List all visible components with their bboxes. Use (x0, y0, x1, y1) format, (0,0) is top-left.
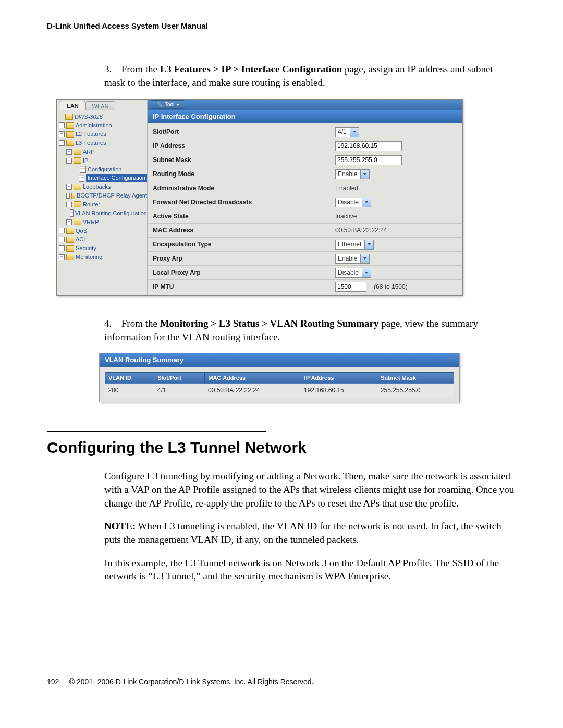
cell-slot-port: 4/1 (154, 384, 205, 397)
label-subnet-mask: Subnet Mask (153, 156, 335, 164)
tree-ip-interface-configuration[interactable]: Interface Configuration (59, 174, 147, 182)
value-active-state: Inactive (335, 212, 357, 220)
tree-acl[interactable]: +ACL (59, 235, 147, 244)
doc-icon (79, 175, 84, 182)
doc-icon (70, 209, 74, 217)
col-slot-port: Slot/Port (154, 372, 205, 384)
step-4-before: From the (121, 318, 160, 329)
panel-title: VLAN Routing Summary (100, 353, 459, 367)
copyright-text: © 2001- 2006 D-Link Corporation/D-Link S… (69, 677, 314, 686)
folder-icon (74, 201, 81, 207)
label-local-proxy-arp: Local Proxy Arp (153, 268, 335, 277)
tree-monitoring[interactable]: +Monitoring (59, 253, 147, 262)
tool-menu-button[interactable]: 🔧 Tool (151, 100, 185, 109)
device-name: DWS-3026 (75, 113, 103, 121)
divider (47, 431, 266, 432)
select-fwd-ndb[interactable]: Disable (335, 198, 371, 207)
expand-icon[interactable]: + (59, 254, 65, 260)
label-proxy-arp: Proxy Arp (153, 254, 335, 263)
label-ip-address: IP Address (153, 142, 335, 150)
input-ip-address[interactable] (335, 141, 402, 151)
collapse-icon[interactable]: − (66, 158, 72, 164)
expand-icon[interactable]: + (59, 237, 65, 242)
select-local-proxy-arp[interactable]: Disable (335, 268, 371, 278)
label-admin-mode: Administrative Mode (153, 184, 335, 192)
section-para-2: In this example, the L3 Tunnel network i… (104, 557, 516, 583)
hint-ip-mtu: (68 to 1500) (374, 282, 408, 291)
input-subnet-mask[interactable] (335, 155, 402, 165)
cell-subnet-mask: 255.255.255.0 (377, 384, 454, 397)
expand-icon[interactable]: + (66, 202, 72, 207)
step-4-num: 4. (104, 317, 119, 330)
folder-icon (74, 149, 81, 155)
tree-administration[interactable]: +Administration (59, 121, 147, 130)
tree-vlan-routing-config[interactable]: VLAN Routing Configuration (59, 209, 147, 218)
tree-device[interactable]: DWS-3026 (59, 113, 147, 121)
expand-icon[interactable]: + (59, 228, 65, 233)
tree-arp[interactable]: +ARP (59, 147, 147, 156)
panel-title: IP Interface Configuration (148, 110, 462, 124)
label-slot-port: Slot/Port (153, 128, 335, 136)
section-title: Configuring the L3 Tunnel Network (47, 437, 516, 459)
folder-icon (66, 228, 74, 234)
folder-icon (65, 114, 73, 120)
tree-ip[interactable]: −IP (59, 156, 147, 165)
tab-lan[interactable]: LAN (60, 101, 85, 110)
tree-loopbacks[interactable]: +Loopbacks (59, 182, 147, 191)
tree-l3-features[interactable]: −L3 Features (59, 139, 147, 147)
screenshot-ip-interface-configuration: LAN WLAN DWS-3026 +Administration +L2 Fe… (56, 99, 463, 297)
chevron-down-icon (360, 170, 369, 179)
label-routing-mode: Routing Mode (153, 170, 335, 178)
table-row: 200 4/1 00:50:BA:22:22:24 192.168.60.15 … (105, 384, 454, 397)
step-3-before: From the (121, 64, 160, 75)
cell-mac-address: 00:50:BA:22:22:24 (205, 384, 301, 397)
expand-icon[interactable]: + (66, 184, 72, 190)
tree-l2-features[interactable]: +L2 Features (59, 130, 147, 139)
expand-icon[interactable]: + (59, 122, 65, 128)
label-encap-type: Encapsulation Type (153, 240, 335, 249)
label-mac-address: MAC Address (153, 226, 335, 235)
tree-security[interactable]: +Security (59, 244, 147, 253)
folder-icon (74, 157, 81, 164)
tool-label: Tool (165, 101, 174, 108)
tab-wlan[interactable]: WLAN (85, 101, 116, 110)
expand-icon[interactable]: + (59, 245, 65, 251)
col-subnet-mask: Subnet Mask (377, 372, 454, 384)
expand-icon[interactable]: + (66, 193, 70, 199)
tree-vrrp[interactable]: +VRRP (59, 218, 147, 227)
page-header: D-Link Unified Access System User Manual (47, 21, 516, 31)
wrench-icon: 🔧 (156, 101, 163, 108)
col-ip-address: IP Address (301, 372, 377, 384)
chevron-down-icon (362, 268, 371, 277)
collapse-icon[interactable]: − (59, 140, 65, 146)
select-slot-port[interactable]: 4/1 (335, 127, 359, 137)
folder-icon (66, 140, 74, 146)
folder-icon (66, 254, 74, 260)
cell-vlan-id: 200 (105, 384, 154, 397)
chevron-down-icon (176, 104, 179, 106)
chevron-down-icon (350, 128, 359, 137)
tree-qos[interactable]: +QoS (59, 227, 147, 236)
value-mac-address: 00:50:BA:22:22:24 (335, 226, 387, 235)
select-proxy-arp[interactable]: Enable (335, 254, 370, 264)
select-encap-type[interactable]: Ethernet (335, 240, 374, 250)
tree-bootp-dhcp-relay[interactable]: +BOOTP/DHCP Relay Agent (59, 191, 147, 200)
nav-tree: DWS-3026 +Administration +L2 Features −L… (57, 110, 147, 266)
input-ip-mtu[interactable] (335, 282, 366, 292)
expand-icon[interactable]: + (66, 149, 72, 155)
note-paragraph: NOTE: When L3 tunneling is enabled, the … (104, 520, 516, 546)
label-ip-mtu: IP MTU (153, 282, 335, 291)
folder-icon (66, 131, 74, 138)
step-4-path: Monitoring > L3 Status > VLAN Routing Su… (160, 318, 379, 329)
tree-ip-configuration[interactable]: Configuration (59, 165, 147, 174)
folder-icon (74, 184, 81, 190)
label-fwd-ndb: Forward Net Directed Broadcasts (153, 198, 335, 206)
expand-icon[interactable]: + (66, 219, 72, 225)
chevron-down-icon (362, 198, 371, 207)
chevron-down-icon (364, 240, 373, 249)
step-3: 3. From the L3 Features > IP > Interface… (104, 63, 516, 89)
value-admin-mode: Enabled (335, 184, 358, 192)
expand-icon[interactable]: + (59, 131, 65, 137)
select-routing-mode[interactable]: Enable (335, 169, 370, 179)
tree-router[interactable]: +Router (59, 200, 147, 209)
